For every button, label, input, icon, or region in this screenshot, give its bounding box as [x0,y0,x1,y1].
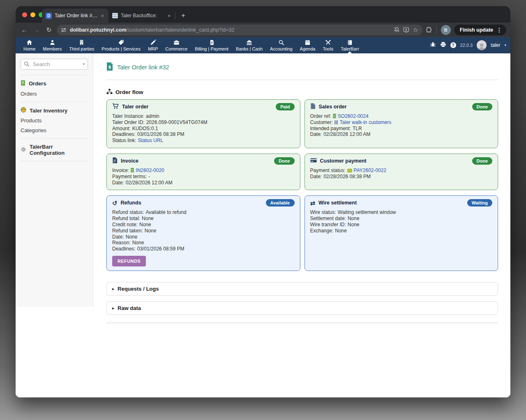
nav-item-home[interactable]: Home [20,37,39,53]
nav-item-billing-payment[interactable]: Billing | Payment [191,37,232,53]
site-settings-icon[interactable] [61,27,67,33]
bank-icon [246,39,252,46]
minimize-window-button[interactable] [30,12,35,17]
nav-item-accounting[interactable]: Accounting [266,37,296,53]
sidebar-item-categories[interactable]: Categories [21,127,88,133]
card-title: Taler order [122,104,148,110]
field-refund-total: Refund total:None [112,216,295,222]
field-date: Date:02/28/2026 12:00 AM [112,180,295,186]
order-flow-grid: Taler order Paid Taler Instance:admin Ta… [106,99,498,271]
tab-taler-order-link[interactable]: D Taler Order link #32 × [42,9,108,23]
card-customer-payment: Customer payment Done Payment status:PAY… [305,154,498,190]
document-icon [333,114,336,118]
extensions-puzzle-icon[interactable] [426,27,432,33]
sidebar-section-orders[interactable]: Orders [21,80,88,87]
install-app-icon[interactable] [403,27,409,33]
payment-link[interactable]: PAY2602-0022 [354,168,387,173]
refunds-button[interactable]: REFUNDS [112,256,146,266]
search-dropdown-chevron-icon[interactable]: ▾ [83,62,85,66]
user-menu-chevron-down-icon[interactable]: ▾ [504,43,506,47]
notifications-blocked-icon[interactable] [394,27,400,33]
card-title: Refunds [121,200,141,206]
username-label[interactable]: taler [491,42,500,48]
panel-label: Raw data [118,305,141,311]
card-header: Invoice Done [112,157,295,165]
page-title-row: $ Taler Order link #32 [106,62,498,72]
nav-item-agenda[interactable]: Agenda [296,37,319,53]
credit-card-icon [310,158,317,164]
browser-menu-icon[interactable]: ⋮ [496,27,502,33]
customer-link[interactable]: Taler walk-in customers [340,119,391,125]
card-header: ↺ Refunds Available [112,199,295,207]
card-header: Customer payment Done [310,157,493,165]
search-icon [24,61,30,69]
status-badge: Done [274,157,295,165]
close-window-button[interactable] [22,12,27,17]
reload-icon[interactable]: ↻ [44,26,53,34]
field-credit-note: Credit note:None [112,222,295,228]
sales-order-link[interactable]: SO2602-0024 [338,113,369,119]
browser-profile-avatar[interactable]: B [441,25,451,35]
tab-strip: D Taler Order link #32 × Taler Backoffic… [42,9,190,23]
company-icon [335,120,338,124]
sidebar-divider [21,138,88,139]
nav-item-commerce[interactable]: Commerce [161,37,191,53]
tab-taler-backoffice[interactable]: Taler Backoffice: × [108,9,175,23]
card-title: Invoice [121,158,138,164]
nav-item-members[interactable]: Members [39,37,65,53]
panel-raw-data[interactable]: ▸ Raw data [106,301,498,315]
top-menu-right-tools: ? 22.0.3 taler ▾ [430,40,506,50]
card-refunds: ↺ Refunds Available Refund status:Availa… [106,195,300,271]
money-icon [347,169,352,172]
print-icon[interactable] [440,41,446,49]
close-tab-icon[interactable]: × [100,13,105,19]
dolibarr-top-menu: Home Members Third parties Products | Se… [16,37,510,53]
field-status-link: Status link:Status URL [112,138,295,144]
nav-label: Third parties [69,46,94,51]
browser-window: D Taler Order link #32 × Taler Backoffic… [16,6,510,397]
panel-requests-logs[interactable]: ▸ Requests / Logs [106,282,498,296]
url-text[interactable]: dolibarr.potuzhnyi.com/custom/talerbarr/… [70,27,390,33]
search-input[interactable] [21,59,88,70]
close-tab-icon[interactable]: × [166,13,171,19]
address-bar[interactable]: dolibarr.potuzhnyi.com/custom/talerbarr/… [57,25,422,35]
nav-label: Accounting [270,46,292,51]
collapsed-chevron-icon: ▸ [112,287,114,291]
nav-label: Billing | Payment [195,46,228,51]
nav-item-banks-cash[interactable]: Banks | Cash [232,37,266,53]
new-tab-button[interactable]: + [175,9,190,23]
field-taler-order-id: Taler Order ID:2026.059-0001V54TG074M [112,119,295,126]
nav-item-third-parties[interactable]: Third parties [65,37,98,53]
nav-label: Commerce [165,46,187,51]
status-url-link[interactable]: Status URL [138,138,163,143]
nav-item-talerbarr[interactable]: TalerBarr [337,37,363,53]
sidebar-item-orders[interactable]: Orders [21,91,88,97]
status-badge: Waiting [467,199,492,207]
field-wire-transfer-id: Wire transfer ID:None [310,222,493,228]
invoice-link[interactable]: IN2602-0020 [136,168,164,173]
user-avatar[interactable] [477,40,487,50]
nav-item-products-services[interactable]: Products | Services [98,37,144,53]
help-icon[interactable]: ? [450,42,456,48]
field-invoice-ref: Invoice:IN2602-0020 [112,168,295,174]
sidebar-item-products[interactable]: Products [21,117,88,124]
debug-bug-icon[interactable] [430,41,436,49]
finish-update-button[interactable]: Finish update ⋮ [454,25,506,35]
back-icon[interactable]: ← [20,26,29,33]
version-label: 22.0.3 [460,43,473,48]
nav-item-mrp[interactable]: MRP [144,37,161,53]
finish-update-label: Finish update [460,27,493,33]
sidebar-section-talerbarr-configuration[interactable]: TalerBarr Configuration [21,144,88,156]
bookmark-star-icon[interactable]: ☆ [413,26,418,34]
page-title: Taler Order link #32 [117,64,169,71]
card-sales-order: Sales order Done Order ref:SO2602-0024 C… [305,99,498,148]
home-icon [26,39,32,46]
sidebar-section-taler-inventory[interactable]: Taler Inventory [21,107,88,114]
status-badge: Done [472,157,493,165]
bill-icon [209,39,215,46]
building-icon [78,39,85,46]
forward-icon[interactable]: → [32,26,41,33]
order-flow-heading: Order flow [106,89,498,96]
nav-item-tools[interactable]: Tools [319,37,337,53]
gear-icon [21,147,26,154]
